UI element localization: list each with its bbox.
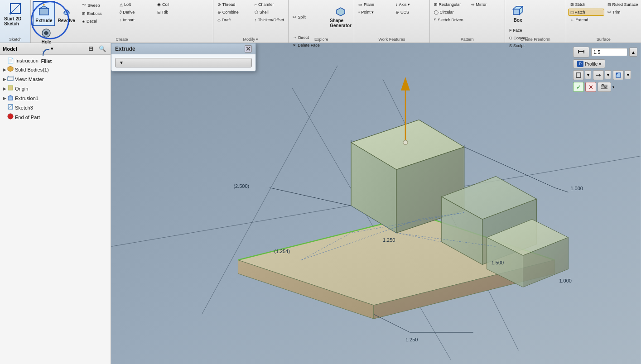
- chamfer-icon: ⌐: [255, 2, 257, 7]
- direction-btn[interactable]: [593, 70, 604, 80]
- combine-button[interactable]: ⊕ Combine: [215, 9, 251, 16]
- hole-button[interactable]: Hole: [35, 27, 57, 46]
- extrude-button[interactable]: Extrude: [33, 1, 55, 26]
- shell-icon: ⬡: [255, 10, 258, 14]
- stitch-icon: ⊠: [570, 2, 574, 7]
- circular-button[interactable]: ◯ Circular: [432, 9, 468, 16]
- revolve-button[interactable]: Revolve: [56, 1, 77, 26]
- sweep-button[interactable]: 〜 Sweep: [80, 1, 116, 10]
- thread-icon: ⊘: [217, 2, 221, 7]
- dim-text-1000-1: 1.000: [570, 186, 583, 191]
- draft-button[interactable]: ◇ Draft: [215, 16, 251, 24]
- tree-item-end-of-part[interactable]: End of Part: [0, 112, 111, 122]
- split-button[interactable]: ✂ Split: [290, 1, 327, 34]
- tree-item-view-master[interactable]: ▶ View: Master: [0, 74, 111, 84]
- scene-svg: 1.000 (2.500) 1.250 (1.254) 1.500 1.000 …: [111, 43, 641, 364]
- thread-button[interactable]: ⊘ Thread: [215, 1, 251, 8]
- settings-btn[interactable]: [598, 82, 611, 92]
- extrude-dropdown-arrow: ▼: [119, 60, 124, 65]
- tree-item-sketch3[interactable]: Sketch3: [0, 103, 111, 112]
- sculpt-button[interactable]: S Sculpt: [507, 42, 543, 49]
- distance-increment-btn[interactable]: ▲: [629, 48, 637, 57]
- settings-dropdown: ▾: [612, 85, 614, 89]
- rib-button[interactable]: ⊟ Rib: [155, 9, 191, 16]
- extrude-dialog-close[interactable]: ✕: [245, 45, 252, 53]
- tree-item-origin[interactable]: ▶ Origin: [0, 84, 111, 93]
- loft-button[interactable]: ◬ Loft: [117, 1, 154, 8]
- emboss-button[interactable]: ⊞ Emboss: [80, 10, 116, 17]
- face-icon: F: [509, 28, 512, 33]
- decal-button[interactable]: ◈ Decal: [80, 18, 116, 25]
- toolbar-section-create: Extrude Revolve 〜 Sweep ⊞: [31, 0, 213, 43]
- shape-dropdown-btn[interactable]: ▾: [585, 70, 591, 79]
- coil-button[interactable]: ◉ Coil: [155, 1, 191, 8]
- shell-button[interactable]: ⬡ Shell: [252, 9, 289, 16]
- confirm-ok-btn[interactable]: ✓: [573, 82, 584, 92]
- axis-button[interactable]: ↕ Axis ▾: [393, 1, 429, 8]
- thicken-icon: ↕: [255, 18, 257, 22]
- svg-rect-3: [39, 9, 48, 15]
- plane-button[interactable]: ▭ Plane: [356, 1, 392, 8]
- ucs-button[interactable]: ⊕ UCS: [393, 9, 429, 16]
- import-button[interactable]: ↓ Import: [117, 16, 154, 24]
- sketch-driven-button[interactable]: S Sketch Driven: [432, 16, 468, 24]
- derive-icon: ∂: [120, 10, 121, 14]
- toolbar-section-explore: ✂ Split ShapeGenerator → Direct: [289, 0, 354, 43]
- dim-text-bottom-1250: 1.250: [405, 337, 418, 342]
- explore-section-label: Explore: [289, 37, 354, 42]
- tree-item-extrusion1[interactable]: ▶ Extrusion1: [0, 93, 111, 103]
- rectangular-icon: ⊞: [434, 2, 438, 7]
- svg-marker-14: [8, 66, 13, 72]
- extend-button[interactable]: ↔ Extend: [568, 16, 604, 24]
- svg-point-9: [44, 31, 48, 35]
- rectangular-button[interactable]: ⊞ Rectangular: [432, 1, 468, 8]
- ruled-surface-button[interactable]: ⊟ Ruled Surface: [605, 1, 641, 8]
- decal-label: Decal: [87, 19, 97, 24]
- tree-arrow-extrusion: ▶: [2, 96, 7, 101]
- patch-button[interactable]: ◻ Patch: [568, 9, 604, 16]
- tree-arrow-origin: ▶: [2, 86, 7, 91]
- extrude-dialog-dropdown-btn[interactable]: ▼: [115, 58, 252, 67]
- ucs-icon: ⊕: [395, 10, 399, 14]
- sculpt-icon: S: [509, 43, 512, 48]
- extrude-dialog-header[interactable]: Extrude ✕: [111, 43, 255, 54]
- ruled-surface-label: Ruled Surface: [612, 2, 638, 7]
- shape-generator-button[interactable]: ShapeGenerator: [328, 1, 354, 34]
- derive-button[interactable]: ∂ Derive: [117, 9, 154, 16]
- operation-btn[interactable]: [613, 70, 624, 80]
- modify-section-label: Modify ▾: [213, 37, 289, 42]
- rib-label: Rib: [162, 10, 169, 14]
- thicken-offset-button[interactable]: ↕ Thicken/Offset: [252, 16, 289, 24]
- view-master-label: View: Master: [15, 77, 43, 82]
- operation-dropdown-btn[interactable]: ▾: [625, 70, 631, 79]
- face-button[interactable]: F Face: [507, 27, 543, 34]
- confirm-cancel-btn[interactable]: ✕: [585, 82, 596, 92]
- chamfer-label: Chamfer: [258, 2, 274, 7]
- plane-icon: ▭: [358, 2, 362, 7]
- combine-label: Combine: [222, 10, 239, 14]
- combine-icon: ⊕: [217, 10, 221, 14]
- draft-label: Draft: [222, 18, 231, 22]
- distance-left-btn[interactable]: [573, 47, 589, 57]
- fillet-button[interactable]: Fillet: [35, 46, 57, 65]
- trim-button[interactable]: ✂ Trim: [605, 9, 641, 16]
- square-shape-btn[interactable]: [573, 70, 584, 80]
- toolbar-section-modify: ⊘ Thread ⌐ Chamfer ⊕ Combine ⬡ Shell: [213, 0, 289, 43]
- distance-input[interactable]: 1.5: [591, 48, 627, 56]
- model-tree: 📄 Instruction ▶ Solid Bodies(1) ▶ View: …: [0, 55, 111, 364]
- start-2d-sketch-button[interactable]: Start 2D Sketch: [2, 1, 29, 28]
- chamfer-button[interactable]: ⌐ Chamfer: [252, 1, 289, 8]
- box-freeform-button[interactable]: Box: [507, 1, 529, 26]
- point-icon: •: [358, 10, 360, 14]
- stitch-button[interactable]: ⊠ Stitch: [568, 1, 604, 8]
- profile-btn[interactable]: P Profile ▾: [573, 59, 605, 68]
- coil-label: Coil: [162, 2, 169, 7]
- arrow-base-dot: [403, 140, 408, 145]
- viewport[interactable]: 1.000 (2.500) 1.250 (1.254) 1.500 1.000 …: [111, 43, 641, 364]
- svg-rect-39: [605, 86, 606, 88]
- point-button[interactable]: • Point ▾: [356, 9, 392, 16]
- direction-dropdown-btn[interactable]: ▾: [605, 70, 611, 79]
- patch-icon: ◻: [570, 10, 574, 14]
- delete-face-button[interactable]: ✕ Delete Face: [290, 42, 327, 49]
- mirror-button[interactable]: ⇔ Mirror: [469, 1, 505, 8]
